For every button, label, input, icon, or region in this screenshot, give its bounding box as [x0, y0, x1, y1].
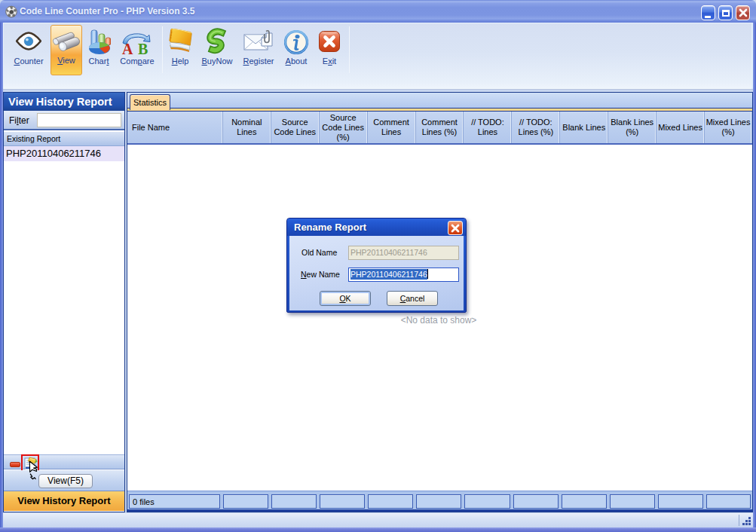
svg-text:A: A — [122, 41, 133, 57]
svg-text:B: B — [138, 41, 148, 57]
